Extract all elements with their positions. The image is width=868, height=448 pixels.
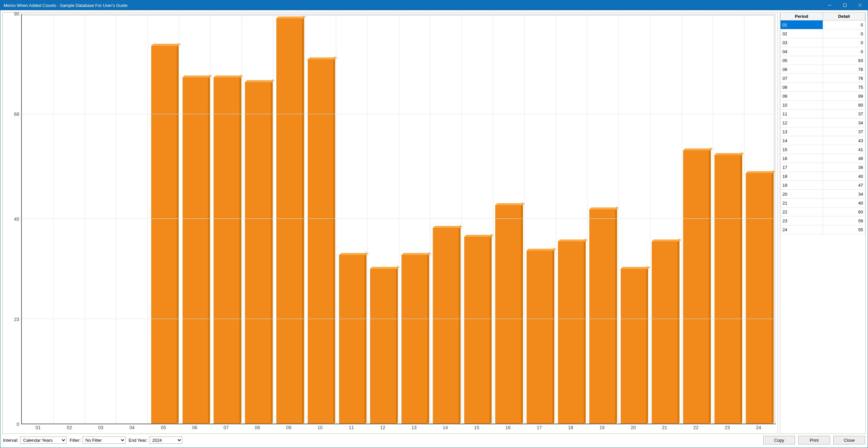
cell-detail: 55 xyxy=(823,225,865,234)
bar-slot xyxy=(117,14,148,423)
cell-period: 04 xyxy=(780,47,823,56)
x-tick-label: 03 xyxy=(85,424,117,432)
bar xyxy=(714,155,740,423)
bar xyxy=(339,255,365,423)
bar xyxy=(308,59,334,423)
data-table: Period Detail 01002003004005830676077608… xyxy=(780,12,865,234)
x-tick-label: 14 xyxy=(430,424,461,432)
copy-button[interactable]: Copy xyxy=(763,436,795,444)
bar xyxy=(433,228,459,423)
bar-slot xyxy=(649,14,680,423)
x-tick-label: 07 xyxy=(210,424,242,432)
table-row[interactable]: 1947 xyxy=(780,181,865,190)
table-row[interactable]: 2034 xyxy=(780,190,865,199)
table-row[interactable]: 010 xyxy=(780,21,865,29)
bar-slot xyxy=(461,14,493,423)
x-tick-label: 09 xyxy=(273,424,304,432)
filter-select[interactable]: No Filter xyxy=(83,437,125,444)
table-row[interactable]: 020 xyxy=(780,29,865,38)
gridline-vertical xyxy=(85,14,85,423)
x-tick-label: 24 xyxy=(743,424,774,432)
bar-slot xyxy=(524,14,555,423)
table-row[interactable]: 1541 xyxy=(780,145,865,154)
table-row[interactable]: 1840 xyxy=(780,172,865,181)
table-row[interactable]: 1080 xyxy=(780,101,865,109)
column-header-detail[interactable]: Detail xyxy=(823,12,865,21)
data-table-scroll[interactable]: Period Detail 01002003004005830676077608… xyxy=(780,12,866,434)
bar xyxy=(621,269,647,423)
table-row[interactable]: 0676 xyxy=(780,65,865,74)
bar-slot xyxy=(618,14,649,423)
window-controls xyxy=(822,0,868,10)
cell-period: 21 xyxy=(780,199,823,207)
cell-detail: 37 xyxy=(823,109,865,118)
x-tick-label: 01 xyxy=(23,424,54,432)
interval-select[interactable]: Calendar Years xyxy=(20,437,66,444)
cell-period: 20 xyxy=(780,190,823,199)
table-row[interactable]: 2455 xyxy=(780,225,865,234)
x-tick-label: 11 xyxy=(336,424,367,432)
cell-detail: 41 xyxy=(823,145,865,154)
x-tick-label: 22 xyxy=(680,424,712,432)
table-row[interactable]: 1137 xyxy=(780,109,865,118)
bar xyxy=(558,241,584,423)
cell-detail: 47 xyxy=(823,181,865,190)
cell-period: 09 xyxy=(780,92,823,101)
bar xyxy=(276,19,302,423)
x-tick-label: 08 xyxy=(242,424,273,432)
table-row[interactable]: 0875 xyxy=(780,83,865,92)
table-row[interactable]: 1443 xyxy=(780,136,865,145)
print-button[interactable]: Print xyxy=(798,436,830,444)
table-row[interactable]: 1234 xyxy=(780,118,865,127)
table-row[interactable]: 1337 xyxy=(780,127,865,136)
gridline-vertical xyxy=(53,14,54,423)
cell-period: 16 xyxy=(780,154,823,163)
column-header-period[interactable]: Period xyxy=(780,12,823,21)
bar xyxy=(495,205,521,423)
table-row[interactable]: 0989 xyxy=(780,92,865,101)
gridline-vertical xyxy=(116,14,116,423)
cell-detail: 83 xyxy=(823,56,865,65)
close-window-button[interactable] xyxy=(852,0,868,10)
maximize-button[interactable] xyxy=(837,0,852,10)
end-year-field: End Year: 2024 xyxy=(129,437,182,444)
minimize-button[interactable] xyxy=(822,0,837,10)
bar-slot xyxy=(680,14,712,423)
bar-slot xyxy=(430,14,461,423)
table-row[interactable]: 0583 xyxy=(780,56,865,65)
table-row[interactable]: 040 xyxy=(780,47,865,56)
cell-period: 17 xyxy=(780,163,823,172)
x-tick-label: 10 xyxy=(304,424,336,432)
bar xyxy=(464,237,490,423)
bar-slot xyxy=(211,14,242,423)
table-row[interactable]: 1738 xyxy=(780,163,865,172)
cell-detail: 34 xyxy=(823,190,865,199)
gridline-vertical xyxy=(179,14,179,423)
bar xyxy=(652,241,678,423)
table-row[interactable]: 2260 xyxy=(780,207,865,216)
close-button[interactable]: Close xyxy=(833,436,865,444)
bar-slot xyxy=(305,14,336,423)
cell-period: 07 xyxy=(780,74,823,83)
end-year-select[interactable]: 2024 xyxy=(149,437,182,444)
cell-period: 13 xyxy=(780,127,823,136)
gridline-vertical xyxy=(650,14,650,423)
x-tick-label: 06 xyxy=(179,424,210,432)
table-row[interactable]: 1648 xyxy=(780,154,865,163)
table-row[interactable]: 030 xyxy=(780,38,865,47)
table-row[interactable]: 2359 xyxy=(780,216,865,225)
cell-detail: 76 xyxy=(823,74,865,83)
cell-period: 03 xyxy=(780,38,823,47)
gridline-vertical xyxy=(399,14,399,423)
bar-slot xyxy=(712,14,743,423)
cell-detail: 59 xyxy=(823,216,865,225)
window-title: Memo When Added Counts - Sample Database… xyxy=(4,3,127,8)
bar xyxy=(214,77,239,423)
cell-detail: 76 xyxy=(823,65,865,74)
table-row[interactable]: 0776 xyxy=(780,74,865,83)
gridline-vertical xyxy=(242,14,242,423)
table-row[interactable]: 2140 xyxy=(780,199,865,207)
y-axis: 023456890 xyxy=(9,14,21,424)
bar-slot xyxy=(368,14,399,423)
cell-period: 15 xyxy=(780,145,823,154)
